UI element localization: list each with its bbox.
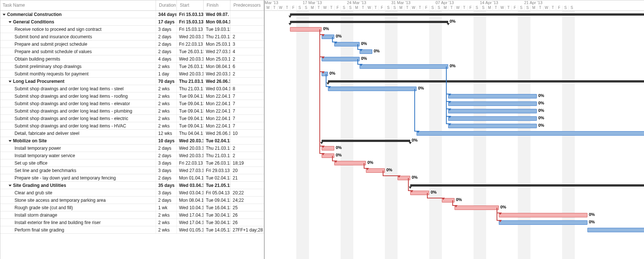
cell-finish[interactable]: Fri 05.04.13 [204, 189, 230, 196]
table-row[interactable]: Install exterior fire line and building … [0, 219, 264, 226]
task-table[interactable]: Task Name Duration Start Finish Predeces… [0, 0, 265, 259]
task-bar[interactable] [448, 116, 537, 121]
table-row[interactable]: Clear and grub site3 daysWed 03.04.1Fri … [0, 189, 264, 197]
cell-name[interactable]: Rough grade site (cut and fill) [0, 204, 156, 211]
critical-task-bar[interactable] [290, 27, 322, 32]
cell-finish[interactable]: Mon 08.04.1 [204, 18, 230, 25]
cell-duration[interactable]: 70 days [156, 78, 177, 85]
table-row[interactable]: Detail, fabricate and deliver steel12 wk… [0, 130, 264, 137]
critical-task-bar[interactable] [499, 213, 587, 217]
cell-finish[interactable]: Mon 22.04.1 [204, 115, 230, 122]
cell-name[interactable]: Receive notice to proceed and sign contr… [0, 26, 156, 33]
cell-predecessors[interactable]: 4 [230, 48, 264, 55]
cell-finish[interactable]: Fri 29.03.13 [204, 167, 230, 174]
cell-duration[interactable]: 2 wks [156, 107, 177, 114]
cell-name[interactable]: Submit shop drawings and order long lead… [0, 93, 156, 100]
cell-name[interactable]: Submit shop drawings and order long lead… [0, 115, 156, 122]
cell-duration[interactable]: 2 wks [156, 219, 177, 226]
cell-start[interactable]: Wed 20.03.1 [177, 55, 204, 62]
cell-predecessors[interactable]: 26 [230, 219, 264, 226]
cell-predecessors[interactable]: 20;22 [230, 189, 264, 196]
table-row[interactable]: Submit shop drawings and order long lead… [0, 122, 264, 130]
cell-predecessors[interactable]: 3 [230, 41, 264, 48]
cell-start[interactable]: Wed 03.04.1 [177, 182, 204, 189]
cell-duration[interactable]: 1 wk [156, 204, 177, 211]
cell-predecessors[interactable] [230, 26, 264, 33]
cell-predecessors[interactable]: 7 [230, 100, 264, 107]
cell-name[interactable]: Submit monthly requests for payment [0, 70, 156, 77]
cell-predecessors[interactable]: 10 [230, 130, 264, 137]
cell-start[interactable]: Wed 17.04.1 [177, 219, 204, 226]
cell-finish[interactable]: Mon 25.03.1 [204, 41, 230, 48]
critical-task-bar[interactable] [455, 205, 499, 210]
cell-finish[interactable]: Wed 20.03.1 [204, 70, 230, 77]
collapse-icon[interactable] [3, 14, 6, 16]
cell-duration[interactable]: 2 wks [156, 93, 177, 100]
cell-name[interactable]: Set line and grade benchmarks [0, 167, 156, 174]
cell-duration[interactable]: 344 days [156, 11, 177, 18]
cell-finish[interactable]: Wed 26.06.1 [204, 78, 230, 85]
cell-duration[interactable]: 4 days [156, 55, 177, 62]
cell-start[interactable]: Tue 09.04.13 [177, 93, 204, 100]
cell-start[interactable]: Fri 15.03.13 [177, 11, 204, 18]
cell-predecessors[interactable]: 7 [230, 122, 264, 129]
collapse-icon[interactable] [9, 81, 12, 82]
cell-predecessors[interactable]: 27FF+1 day;28 [230, 226, 264, 233]
cell-start[interactable]: Fri 22.03.13 [177, 159, 204, 166]
cell-finish[interactable]: Tue 02.04.13 [204, 174, 230, 181]
cell-finish[interactable]: Thu 21.03.13 [204, 33, 230, 40]
cell-predecessors[interactable]: 2 [230, 70, 264, 77]
cell-duration[interactable]: 2 wks [156, 63, 177, 70]
cell-start[interactable]: Tue 09.04.13 [177, 107, 204, 114]
cell-finish[interactable]: Wed 09.07. [204, 11, 230, 18]
table-row[interactable]: Obtain building permits4 daysWed 20.03.1… [0, 55, 264, 63]
cell-name[interactable]: Long Lead Procurement [0, 78, 156, 85]
cell-predecessors[interactable] [230, 11, 264, 18]
cell-finish[interactable]: Thu 21.03.13 [204, 152, 230, 159]
table-row[interactable]: Rough grade site (cut and fill)1 wkWed 1… [0, 204, 264, 211]
cell-start[interactable]: Wed 03.04.1 [177, 189, 204, 196]
col-start[interactable]: Start [177, 0, 204, 10]
cell-name[interactable]: Submit shop drawings and order long lead… [0, 107, 156, 114]
cell-finish[interactable]: Mon 22.04.1 [204, 93, 230, 100]
cell-start[interactable]: Tue 26.03.13 [177, 63, 204, 70]
cell-finish[interactable]: Mon 25.03.1 [204, 55, 230, 62]
table-row[interactable]: Install storm drainage2 wksWed 17.04.1Tu… [0, 211, 264, 219]
cell-name[interactable]: Submit preliminary shop drawings [0, 63, 156, 70]
cell-duration[interactable]: 2 days [156, 48, 177, 55]
cell-start[interactable]: Wed 20.03.1 [177, 137, 204, 144]
cell-duration[interactable]: 17 days [156, 18, 177, 25]
cell-predecessors[interactable]: 25 [230, 204, 264, 211]
cell-finish[interactable]: Thu 21.03.13 [204, 145, 230, 152]
table-row[interactable]: Receive notice to proceed and sign contr… [0, 26, 264, 33]
cell-predecessors[interactable]: 24;22 [230, 197, 264, 204]
cell-name[interactable]: Set up site office [0, 159, 156, 166]
cell-start[interactable]: Tue 26.03.13 [177, 48, 204, 55]
cell-duration[interactable]: 2 wks [156, 211, 177, 218]
summary-bar[interactable] [322, 140, 410, 142]
table-row[interactable]: Submit shop drawings and order long lead… [0, 107, 264, 115]
cell-predecessors[interactable]: 18;19 [230, 159, 264, 166]
cell-finish[interactable]: Wed 03.04.1 [204, 85, 230, 92]
cell-name[interactable]: Install temporary water service [0, 152, 156, 159]
table-row[interactable]: Submit shop drawings and order long lead… [0, 93, 264, 100]
cell-finish[interactable]: Tue 21.05.13 [204, 182, 230, 189]
task-bar[interactable] [328, 87, 417, 91]
cell-finish[interactable]: Tue 19.03.13 [204, 26, 230, 33]
cell-predecessors[interactable] [230, 137, 264, 144]
cell-predecessors[interactable] [230, 18, 264, 25]
cell-start[interactable]: Wed 20.03.1 [177, 145, 204, 152]
task-bar[interactable] [448, 109, 537, 113]
cell-duration[interactable]: 2 days [156, 41, 177, 48]
cell-name[interactable]: Submit bond and insurance documents [0, 33, 156, 40]
gantt-chart[interactable]: Mar '1317 Mar '1324 Mar '1331 Mar '1307 … [265, 0, 644, 259]
cell-predecessors[interactable]: 2 [230, 55, 264, 62]
cell-start[interactable]: Wed 27.03.1 [177, 167, 204, 174]
cell-finish[interactable]: Mon 22.04.1 [204, 100, 230, 107]
summary-bar[interactable] [290, 13, 644, 16]
cell-start[interactable]: Tue 09.04.13 [177, 100, 204, 107]
cell-finish[interactable]: Tue 16.04.13 [204, 204, 230, 211]
cell-name[interactable]: Prepare and submit schedule of values [0, 48, 156, 55]
cell-start[interactable]: Fri 22.03.13 [177, 41, 204, 48]
cell-name[interactable]: Install storm drainage [0, 211, 156, 218]
